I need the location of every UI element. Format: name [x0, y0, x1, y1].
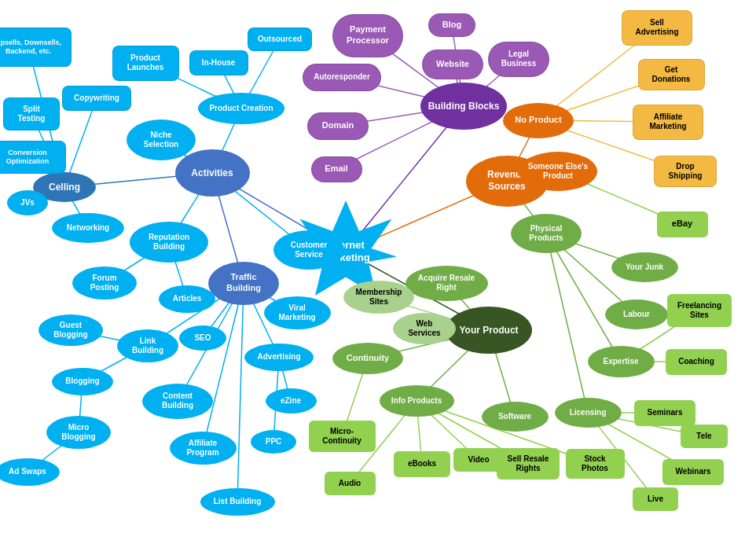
node-live: Live [633, 487, 678, 511]
node-reputation-building: Reputation Building [130, 222, 208, 263]
node-micro-blogging: Micro Blogging [46, 416, 111, 449]
node-drop-shipping: Drop Shipping [654, 156, 717, 187]
node-ezine: eZine [266, 388, 317, 414]
node-freelancing-sites: Freelancing Sites [667, 294, 732, 327]
node-ebooks: eBooks [394, 451, 450, 477]
node-legal-business: Legal Business [488, 42, 549, 77]
node-ppc: PPC [251, 430, 296, 454]
node-seo: SEO [179, 325, 226, 351]
node-your-product: Your Product [446, 307, 532, 354]
node-link-building: Link Building [117, 329, 178, 362]
node-copywriting: Copywriting [62, 86, 131, 111]
node-ad-swaps: Ad Swaps [0, 458, 60, 486]
node-outsourced: Outsourced [248, 28, 312, 51]
node-website: Website [422, 50, 483, 79]
node-forum-posting: Forum Posting [72, 266, 137, 300]
node-sell-resale-rights: Sell Resale Rights [497, 448, 560, 480]
node-get-donations: Get Donations [638, 59, 705, 90]
svg-line-22 [546, 233, 588, 413]
svg-line-71 [237, 283, 244, 502]
node-blog: Blog [428, 13, 475, 37]
node-traffic-building: Traffic Building [208, 262, 279, 305]
node-webinars: Webinars [662, 459, 724, 485]
node-content-building: Content Building [142, 384, 213, 419]
node-email: Email [311, 156, 362, 182]
node-upsells: Upsells, Downsells, Backend, etc. [0, 28, 72, 67]
node-continuity: Continuity [332, 343, 403, 374]
node-your-junk: Your Junk [611, 252, 678, 282]
node-product-launches: Product Launches [112, 46, 179, 81]
node-membership-sites: Membership Sites [343, 281, 414, 314]
node-guest-blogging: Guest Blogging [39, 314, 103, 346]
node-list-building: List Building [200, 488, 275, 516]
node-expertise: Expertise [588, 346, 655, 377]
node-stock-photos: Stock Photos [566, 449, 625, 479]
node-labour: Labour [605, 300, 668, 329]
node-micro-continuity: Micro- Continuity [309, 421, 376, 452]
node-coaching: Coaching [666, 349, 727, 375]
node-niche-selection: Niche Selection [127, 119, 196, 160]
node-affiliate-marketing: Affiliate Marketing [633, 105, 703, 140]
node-customer-service: Customer Service [273, 230, 344, 270]
node-advertising: Advertising [244, 344, 314, 371]
node-seminars: Seminars [634, 400, 695, 426]
node-sell-advertising: Sell Advertising [622, 10, 692, 46]
node-activities: Activities [175, 149, 250, 197]
node-split-testing: Split Testing [3, 97, 60, 130]
node-product-creation: Product Creation [198, 93, 284, 124]
node-articles: Articles [159, 285, 215, 313]
node-jvs: JVs [7, 190, 48, 215]
node-in-house: In-House [189, 50, 248, 75]
node-networking: Networking [52, 213, 124, 243]
node-no-product: No Product [503, 103, 574, 138]
node-licensing: Licensing [555, 398, 622, 428]
node-ebay: eBay [657, 211, 708, 237]
mindmap-canvas: Internet MarketingBuilding BlocksRevenue… [0, 0, 756, 533]
node-blogging: Blogging [52, 368, 113, 395]
node-acquire-resale: Acquire Resale Right [406, 266, 488, 301]
node-info-products: Info Products [380, 385, 454, 417]
node-autoresponder: Autoresponder [303, 64, 381, 91]
svg-line-21 [546, 233, 621, 362]
node-web-services: Web Services [393, 313, 456, 344]
node-physical-products: Physical Products [511, 214, 582, 253]
node-software: Software [482, 402, 549, 432]
node-viral-marketing: Viral Marketing [264, 296, 331, 329]
node-affiliate-program: Affiliate Program [170, 432, 237, 465]
node-audio: Audio [325, 472, 376, 495]
node-conversion-opt: Conversion Optimization [0, 141, 66, 174]
node-building-blocks: Building Blocks [420, 83, 507, 130]
node-domain: Domain [307, 112, 369, 140]
node-tele: Tele [681, 425, 728, 448]
node-someone-elses: Someone Else's Product [519, 152, 597, 191]
node-payment-processor: Payment Processor [332, 14, 403, 57]
